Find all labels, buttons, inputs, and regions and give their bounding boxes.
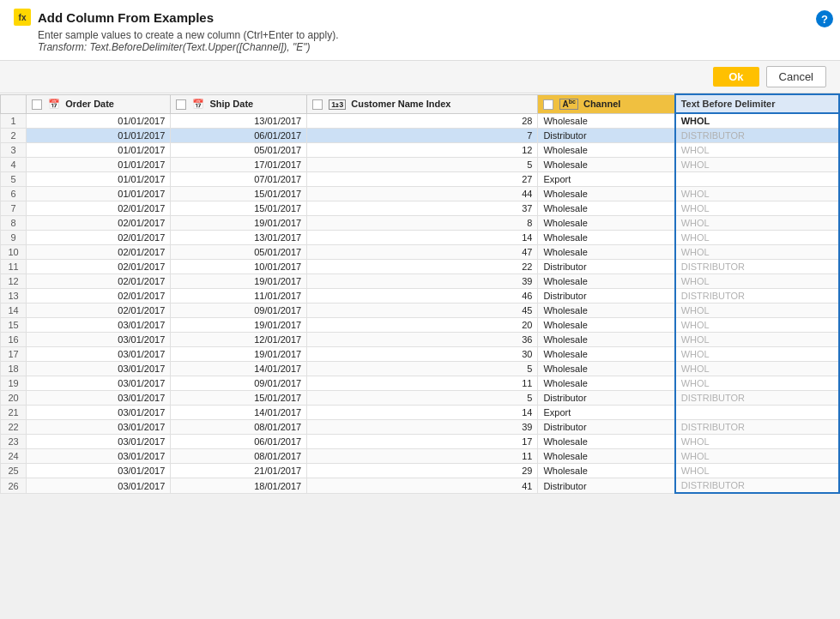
cell-text-before	[675, 172, 839, 187]
cell-order-date: 01/01/2017	[27, 129, 171, 143]
table-row: 2603/01/201718/01/201741DistributorDISTR…	[1, 478, 840, 494]
cell-channel: Wholesale	[538, 143, 675, 158]
help-button[interactable]: ?	[816, 10, 833, 27]
data-table-container[interactable]: 📅 Order Date 📅 Ship Date 1₂3 Customer Na…	[0, 93, 840, 619]
cell-order-date: 03/01/2017	[27, 420, 171, 435]
cell-cni: 28	[307, 113, 538, 129]
cell-order-date: 03/01/2017	[27, 333, 171, 347]
cell-ship-date: 13/01/2017	[171, 113, 307, 129]
table-body: 101/01/201713/01/201728WholesaleWHOL201/…	[1, 113, 840, 493]
table-row: 802/01/201719/01/20178WholesaleWHOL	[1, 216, 840, 231]
cell-channel: Wholesale	[538, 216, 675, 231]
col-header-rownum	[1, 94, 27, 113]
cell-rownum: 6	[1, 187, 27, 201]
cell-order-date: 01/01/2017	[27, 187, 171, 201]
cell-ship-date: 21/01/2017	[171, 464, 307, 478]
col-header-channel: Abc Channel	[538, 94, 675, 113]
main-container: fx Add Column From Examples Enter sample…	[0, 0, 840, 619]
cell-cni: 14	[307, 406, 538, 420]
cell-order-date: 02/01/2017	[27, 245, 171, 260]
header-subtitle: Enter sample values to create a new colu…	[38, 29, 826, 41]
cell-channel: Wholesale	[538, 187, 675, 201]
table-row: 1402/01/201709/01/201745WholesaleWHOL	[1, 303, 840, 318]
table-row: 702/01/201715/01/201737WholesaleWHOL	[1, 201, 840, 216]
cell-ship-date: 09/01/2017	[171, 376, 307, 391]
table-row: 2203/01/201708/01/201739DistributorDISTR…	[1, 420, 840, 435]
table-header-row: 📅 Order Date 📅 Ship Date 1₂3 Customer Na…	[1, 94, 840, 113]
cell-channel: Export	[538, 406, 675, 420]
ship-date-checkbox[interactable]	[176, 99, 186, 110]
cell-cni: 44	[307, 187, 538, 201]
ok-button[interactable]: Ok	[713, 67, 758, 87]
cancel-button[interactable]: Cancel	[766, 66, 826, 87]
cell-ship-date: 08/01/2017	[171, 420, 307, 435]
cell-order-date: 03/01/2017	[27, 318, 171, 333]
cell-channel: Distributor	[538, 391, 675, 406]
cell-order-date: 03/01/2017	[27, 464, 171, 478]
cell-cni: 39	[307, 420, 538, 435]
cell-order-date: 03/01/2017	[27, 449, 171, 464]
cell-order-date: 01/01/2017	[27, 113, 171, 129]
channel-checkbox[interactable]	[543, 99, 553, 110]
cell-text-before: WHOL	[675, 274, 839, 289]
cell-rownum: 9	[1, 231, 27, 245]
cell-channel: Distributor	[538, 289, 675, 303]
cell-channel: Wholesale	[538, 303, 675, 318]
table-row: 2003/01/201715/01/20175DistributorDISTRI…	[1, 391, 840, 406]
table-row: 101/01/201713/01/201728WholesaleWHOL	[1, 113, 840, 129]
table-row: 401/01/201717/01/20175WholesaleWHOL	[1, 158, 840, 172]
channel-icon: Abc	[559, 99, 577, 110]
cell-cni: 7	[307, 129, 538, 143]
cell-ship-date: 11/01/2017	[171, 289, 307, 303]
table-row: 1803/01/201714/01/20175WholesaleWHOL	[1, 362, 840, 376]
cell-channel: Distributor	[538, 129, 675, 143]
cell-cni: 41	[307, 478, 538, 494]
col-header-ship-date: 📅 Ship Date	[171, 94, 307, 113]
cell-channel: Wholesale	[538, 376, 675, 391]
cell-order-date: 02/01/2017	[27, 303, 171, 318]
cell-rownum: 18	[1, 362, 27, 376]
cell-rownum: 8	[1, 216, 27, 231]
cell-channel: Distributor	[538, 420, 675, 435]
cell-ship-date: 19/01/2017	[171, 347, 307, 362]
cell-order-date: 03/01/2017	[27, 376, 171, 391]
cell-ship-date: 19/01/2017	[171, 274, 307, 289]
table-row: 1903/01/201709/01/201711WholesaleWHOL	[1, 376, 840, 391]
cell-text-before: WHOL	[675, 113, 839, 129]
table-row: 201/01/201706/01/20177DistributorDISTRIB…	[1, 129, 840, 143]
table-row: 2503/01/201721/01/201729WholesaleWHOL	[1, 464, 840, 478]
cell-text-before: WHOL	[675, 187, 839, 201]
toolbar: Ok Cancel	[0, 61, 840, 93]
cni-checkbox[interactable]	[312, 99, 323, 110]
table-row: 301/01/201705/01/201712WholesaleWHOL	[1, 143, 840, 158]
cell-cni: 27	[307, 172, 538, 187]
cni-icon: 1₂3	[329, 99, 346, 110]
table-row: 1603/01/201712/01/201736WholesaleWHOL	[1, 333, 840, 347]
cell-rownum: 14	[1, 303, 27, 318]
cell-ship-date: 15/01/2017	[171, 187, 307, 201]
cell-order-date: 03/01/2017	[27, 391, 171, 406]
table-row: 1703/01/201719/01/201730WholesaleWHOL	[1, 347, 840, 362]
table-row: 902/01/201713/01/201714WholesaleWHOL	[1, 231, 840, 245]
cell-rownum: 23	[1, 435, 27, 449]
cell-text-before: WHOL	[675, 318, 839, 333]
cell-order-date: 03/01/2017	[27, 362, 171, 376]
col-header-cni: 1₂3 Customer Name Index	[307, 94, 538, 113]
cell-rownum: 25	[1, 464, 27, 478]
table-row: 2303/01/201706/01/201717WholesaleWHOL	[1, 435, 840, 449]
cell-text-before: DISTRIBUTOR	[675, 129, 839, 143]
cell-cni: 11	[307, 376, 538, 391]
cell-order-date: 01/01/2017	[27, 143, 171, 158]
cell-text-before: WHOL	[675, 449, 839, 464]
cell-channel: Export	[538, 172, 675, 187]
header-title-row: fx Add Column From Examples	[14, 9, 826, 26]
cell-rownum: 20	[1, 391, 27, 406]
cell-cni: 36	[307, 333, 538, 347]
cell-ship-date: 17/01/2017	[171, 158, 307, 172]
cell-order-date: 03/01/2017	[27, 347, 171, 362]
order-date-checkbox[interactable]	[32, 99, 42, 110]
cell-channel: Wholesale	[538, 362, 675, 376]
table-row: 2103/01/201714/01/201714Export	[1, 406, 840, 420]
cell-rownum: 7	[1, 201, 27, 216]
cell-channel: Wholesale	[538, 449, 675, 464]
